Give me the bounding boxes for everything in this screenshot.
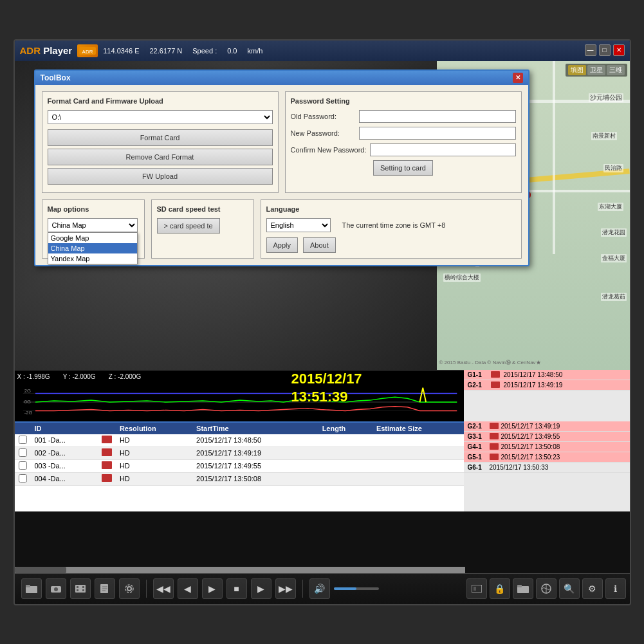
recordings-table[interactable]: ID Resolution StartTime Length Estimate …	[15, 421, 465, 511]
close-button[interactable]: ✕	[613, 44, 625, 56]
map-select-wrapper[interactable]: China Map Google Map Yandex Map Google M…	[48, 218, 138, 232]
map-option-google[interactable]: Google Map	[48, 233, 137, 243]
about-button[interactable]: About	[303, 237, 336, 253]
info-button[interactable]: ℹ	[605, 578, 626, 599]
table-row[interactable]: 001 -Da... HD 2015/12/17 13:48:50	[15, 434, 465, 447]
map-button[interactable]	[536, 578, 557, 599]
sd-section-title: SD card speed test	[157, 205, 248, 213]
film-button[interactable]	[70, 578, 91, 599]
toolbox-dialog: ToolBox ✕ Format Card and Firmware Uploa…	[34, 69, 529, 266]
rec-item-first: G1-1 2015/12/17 13:48:50	[464, 370, 630, 380]
col-resolution[interactable]: Resolution	[116, 423, 192, 434]
rec-right-item[interactable]: G2-1 2015/12/17 13:49:19	[464, 421, 630, 432]
window-controls[interactable]: — □ ✕	[585, 44, 625, 56]
apply-button[interactable]: Apply	[266, 237, 299, 253]
folder2-button[interactable]	[513, 578, 533, 599]
remove-card-format-button[interactable]: Remove Card Format	[48, 149, 273, 165]
map-select[interactable]: China Map Google Map Yandex Map	[48, 218, 138, 232]
row-id: 001 -Da...	[31, 434, 98, 447]
row-id: 003 -Da...	[31, 459, 98, 472]
row-starttime: 2015/12/17 13:48:50	[192, 434, 318, 447]
map-mode-satellite[interactable]: 卫星	[587, 65, 605, 75]
rec-icon	[490, 423, 499, 429]
settings-button[interactable]	[119, 578, 140, 599]
timezone-text: The current time zone is GMT +8	[342, 221, 446, 229]
rec-right-id: G6-1	[468, 464, 487, 471]
stop-button[interactable]: ■	[226, 578, 247, 599]
file-button[interactable]	[95, 578, 115, 599]
folder-button[interactable]	[21, 578, 42, 599]
password-section: Password Setting Old Password: New Passw…	[285, 91, 522, 193]
lock-button[interactable]: 🔒	[490, 578, 510, 599]
screen-mode-button[interactable]	[466, 578, 487, 599]
confirm-password-input[interactable]	[370, 143, 515, 156]
dialog-close-button[interactable]: ✕	[513, 73, 523, 83]
fw-upload-button[interactable]: FW Upload	[48, 168, 273, 185]
format-card-section: Format Card and Firmware Upload O:\ Form…	[42, 91, 279, 193]
row-starttime: 2015/12/17 13:50:08	[192, 472, 318, 485]
zoom-button[interactable]: 🔍	[559, 578, 580, 599]
row-resolution: HD	[116, 472, 192, 485]
col-starttime[interactable]: StartTime	[192, 423, 318, 434]
svg-rect-13	[77, 586, 78, 588]
map-dropdown-options[interactable]: Google Map China Map Yandex Map	[48, 232, 138, 264]
col-size[interactable]: Estimate Size	[373, 423, 465, 434]
svg-text:2G: 2G	[24, 387, 30, 393]
h-scroll-thumb[interactable]	[15, 567, 66, 573]
row-length	[318, 472, 373, 485]
recordings-panel-top: G1-1 2015/12/17 13:48:50 G2-1 2015/12/17…	[464, 370, 630, 421]
rec-right-id: G5-1	[468, 454, 487, 461]
rec-right-item[interactable]: G4-1 2015/12/17 13:50:08	[464, 442, 630, 452]
map-mode-3d[interactable]: 三维	[607, 65, 625, 75]
rec-right-time: 2015/12/17 13:49:19	[501, 423, 560, 430]
setting-to-card-button[interactable]: Setting to card	[373, 160, 433, 176]
dialog-title-bar: ToolBox ✕	[35, 71, 528, 85]
row-checkbox[interactable]	[19, 436, 27, 444]
row-checkbox[interactable]	[19, 461, 27, 470]
map-mode-fill[interactable]: 填图	[568, 65, 586, 75]
rewind-button[interactable]: ◀◀	[153, 578, 174, 599]
fastforward-button[interactable]: ▶▶	[275, 578, 296, 599]
right-toolbar: 🔒 🔍 ⚙ ℹ	[466, 578, 626, 599]
maximize-button[interactable]: □	[599, 44, 611, 56]
next-button[interactable]: ▶	[251, 578, 271, 599]
horizontal-scrollbar[interactable]	[15, 567, 465, 573]
map-mode-controls[interactable]: 填图 卫星 三维	[566, 64, 627, 77]
password-section-title: Password Setting	[291, 97, 516, 105]
recordings-panel-bottom: G2-1 2015/12/17 13:49:19 G3-1 2015/12/17…	[464, 421, 630, 511]
row-resolution: HD	[116, 459, 192, 472]
old-password-input[interactable]	[359, 110, 516, 123]
rec-right-item[interactable]: G5-1 2015/12/17 13:50:23	[464, 452, 630, 463]
svg-point-21	[127, 587, 131, 591]
table-row[interactable]: 004 -Da... HD 2015/12/17 13:50:08	[15, 472, 465, 485]
title-bar: ADR Player ADR 114.0346 E 22.6177 N Spee…	[15, 41, 630, 61]
map-option-china[interactable]: China Map	[48, 243, 137, 253]
z-sensor: Z : -2.000G	[109, 373, 142, 380]
volume-button[interactable]: 🔊	[309, 578, 330, 599]
rec-right-item[interactable]: G3-1 2015/12/17 13:49:55	[464, 432, 630, 442]
row-id: 002 -Da...	[31, 446, 98, 459]
sd-card-section: SD card speed test > card speed te	[151, 199, 254, 259]
table-row[interactable]: 002 -Da... HD 2015/12/17 13:49:19	[15, 446, 465, 459]
separator-2	[302, 580, 303, 598]
row-thumb	[102, 474, 112, 482]
map-option-yandex[interactable]: Yandex Map	[48, 253, 137, 264]
minimize-button[interactable]: —	[585, 44, 596, 56]
format-card-button[interactable]: Format Card	[48, 129, 273, 146]
row-checkbox[interactable]	[19, 474, 27, 483]
prev-button[interactable]: ◀	[178, 578, 198, 599]
drive-select[interactable]: O:\	[48, 110, 273, 124]
settings2-button[interactable]: ⚙	[582, 578, 603, 599]
volume-slider[interactable]	[334, 587, 379, 590]
rec-right-time: 2015/12/17 13:49:55	[501, 433, 560, 440]
row-checkbox[interactable]	[19, 448, 27, 457]
col-length[interactable]: Length	[318, 423, 373, 434]
camera-button[interactable]	[46, 578, 66, 599]
col-id[interactable]: ID	[31, 423, 98, 434]
language-select[interactable]: English	[266, 218, 331, 232]
new-password-input[interactable]	[359, 127, 516, 140]
table-row[interactable]: 003 -Da... HD 2015/12/17 13:49:55	[15, 459, 465, 472]
play-button[interactable]: ▶	[202, 578, 223, 599]
rec-right-item[interactable]: G6-1 2015/12/17 13:50:33	[464, 463, 630, 473]
card-speed-button[interactable]: > card speed te	[157, 218, 220, 234]
